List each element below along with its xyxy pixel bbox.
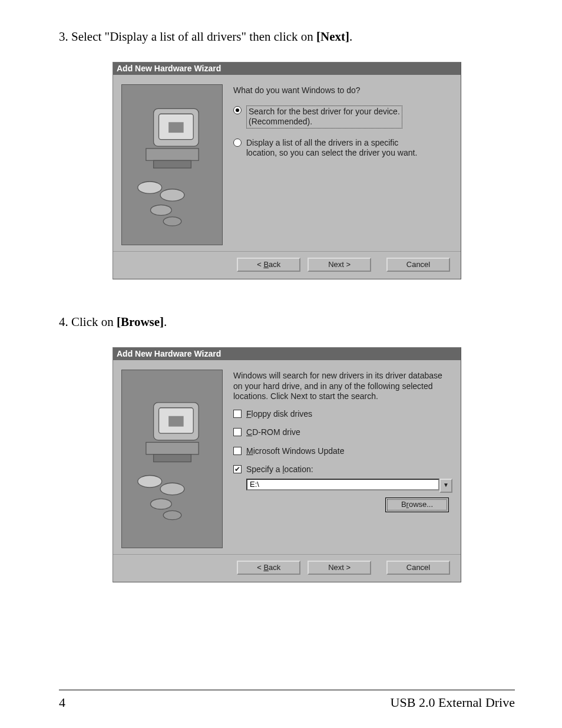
footer-title: USB 2.0 External Drive xyxy=(391,695,515,710)
radio1-line2: (Recommended). xyxy=(249,117,312,126)
computer-discs-icon xyxy=(127,93,217,237)
dialog2-title: Add New Hardware Wizard xyxy=(113,348,461,360)
checkbox-icon xyxy=(233,410,242,418)
radio2-line2: location, so you can select the driver y… xyxy=(246,148,417,157)
wizard-dialog-2: Add New Hardware Wizard xyxy=(113,347,461,582)
next-button[interactable]: Next > xyxy=(308,561,371,575)
computer-discs-icon xyxy=(127,379,217,539)
check-cdrom[interactable]: CD-ROM drive xyxy=(233,427,452,438)
page-number: 4 xyxy=(59,695,77,710)
dialog2-button-bar: < Back Next > Cancel xyxy=(113,555,461,582)
radio-option-search[interactable]: Search for the best driver for your devi… xyxy=(233,106,452,129)
location-input[interactable] xyxy=(246,479,439,490)
browse-button[interactable]: Browse... xyxy=(385,498,449,512)
svg-point-8 xyxy=(163,216,181,225)
radio1-line1: Search for the best driver for your devi… xyxy=(249,107,400,116)
dialog1-prompt: What do you want Windows to do? xyxy=(233,85,452,96)
svg-point-7 xyxy=(150,205,171,215)
next-button[interactable]: Next > xyxy=(308,258,371,272)
checkbox-icon xyxy=(233,428,242,436)
step3-bold: [Next] xyxy=(316,29,349,44)
svg-rect-12 xyxy=(146,442,198,454)
back-button[interactable]: < Back xyxy=(237,561,300,575)
cancel-button[interactable]: Cancel xyxy=(386,258,450,272)
svg-point-15 xyxy=(160,483,184,495)
svg-rect-4 xyxy=(153,160,191,168)
step3-text: 3. Select "Display a list of all drivers… xyxy=(59,29,316,44)
page-footer: 4 USB 2.0 External Drive xyxy=(59,690,515,710)
wizard-dialog-1: Add New Hardware Wizard xyxy=(113,62,461,279)
dialog2-prompt: Windows will search for new drivers in i… xyxy=(233,371,452,402)
location-dropdown-button[interactable]: ▼ xyxy=(439,479,452,493)
svg-point-5 xyxy=(137,182,161,193)
check-windows-update[interactable]: Microsoft Windows Update xyxy=(233,446,452,457)
step4-text: 4. Click on xyxy=(59,315,117,329)
step4-post: . xyxy=(164,315,167,329)
back-button[interactable]: < Back xyxy=(237,258,300,272)
svg-rect-11 xyxy=(168,416,184,427)
step3-post: . xyxy=(349,29,352,44)
wizard-graphic xyxy=(121,370,223,548)
svg-point-17 xyxy=(163,510,181,519)
svg-point-6 xyxy=(160,189,184,200)
instruction-step-4: 4. Click on [Browse]. xyxy=(59,315,515,330)
instruction-step-3: 3. Select "Display a list of all drivers… xyxy=(59,29,515,44)
svg-rect-2 xyxy=(168,122,184,133)
radio-option-display-list[interactable]: Display a list of all the drivers in a s… xyxy=(233,138,452,159)
check-specify-location[interactable]: ✔ Specify a location: xyxy=(233,465,452,475)
radio-icon xyxy=(233,106,242,114)
svg-rect-3 xyxy=(146,148,198,160)
svg-point-14 xyxy=(137,476,161,487)
checkbox-icon xyxy=(233,447,242,455)
wizard-graphic xyxy=(121,84,223,245)
dialog1-title: Add New Hardware Wizard xyxy=(113,62,461,75)
checkbox-icon: ✔ xyxy=(233,465,242,473)
svg-point-16 xyxy=(150,499,171,509)
dialog1-button-bar: < Back Next > Cancel xyxy=(113,252,461,279)
check-floppy[interactable]: Floppy disk drives xyxy=(233,409,452,420)
radio2-line1: Display a list of all the drivers in a s… xyxy=(246,138,398,147)
svg-rect-13 xyxy=(153,454,191,462)
cancel-button[interactable]: Cancel xyxy=(386,561,450,575)
radio-icon xyxy=(233,139,242,147)
step4-bold: [Browse] xyxy=(117,315,164,329)
